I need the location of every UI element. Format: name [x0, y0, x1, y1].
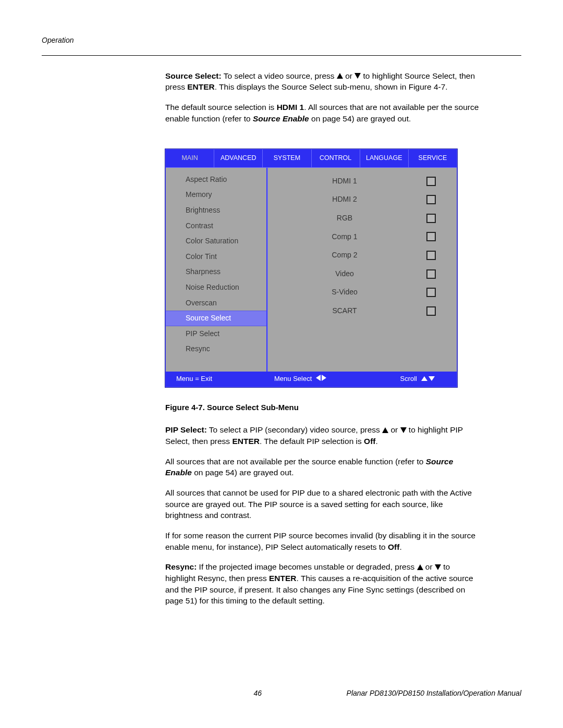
lead-source-select: Source Select:: [165, 71, 222, 80]
osd-item-memory[interactable]: Memory: [166, 187, 266, 203]
off-bold: Off: [364, 437, 375, 446]
osd-source-hdmi1[interactable]: HDMI 1: [268, 172, 457, 191]
osd-source-svideo[interactable]: S-Video: [268, 283, 457, 302]
checkbox-icon[interactable]: [426, 306, 436, 316]
osd-item-overscan[interactable]: Overscan: [166, 295, 266, 311]
osd-tab-service[interactable]: SERVICE: [409, 150, 457, 168]
osd-source-video[interactable]: Video: [268, 265, 457, 283]
osd-item-noise-reduction[interactable]: Noise Reduction: [166, 280, 266, 295]
osd-item-source-select[interactable]: Source Select: [166, 311, 266, 326]
checkbox-icon[interactable]: [426, 288, 436, 297]
down-arrow-icon: [400, 427, 407, 433]
down-arrow-icon: [435, 564, 441, 570]
checkbox-icon[interactable]: [426, 232, 436, 241]
manual-title: Planar PD8130/PD8150 Installation/Operat…: [287, 688, 521, 699]
checkbox-icon[interactable]: [426, 269, 436, 279]
osd-source-rgb[interactable]: RGB: [268, 209, 457, 228]
up-arrow-icon: [337, 73, 343, 79]
osd-right-panel: HDMI 1 HDMI 2 RGB Comp 1 Comp 2 Video S-…: [267, 168, 457, 372]
osd-source-comp1[interactable]: Comp 1: [268, 228, 457, 246]
para-default-source: The default source selection is HDMI 1. …: [165, 102, 479, 124]
osd-tab-language[interactable]: LANGUAGE: [360, 150, 409, 168]
para-source-enable: All sources that are not available per t…: [165, 456, 479, 478]
osd-item-contrast[interactable]: Contrast: [166, 218, 266, 234]
osd-item-pip-select[interactable]: PIP Select: [166, 326, 266, 342]
osd-item-color-saturation[interactable]: Color Saturation: [166, 233, 266, 249]
osd-tab-system[interactable]: SYSTEM: [263, 150, 311, 168]
lead-resync: Resync:: [165, 562, 197, 571]
osd-source-hdmi2[interactable]: HDMI 2: [268, 190, 457, 209]
osd-left-panel: Aspect Ratio Memory Brightness Contrast …: [166, 168, 267, 372]
osd-footer: Menu = Exit Menu Select Scroll: [166, 372, 457, 387]
content-column: Source Select: To select a video source,…: [165, 70, 479, 607]
osd-item-aspect-ratio[interactable]: Aspect Ratio: [166, 172, 266, 188]
header-rule: [42, 55, 521, 56]
osd-item-resync[interactable]: Resync: [166, 341, 266, 357]
osd-tab-advanced[interactable]: ADVANCED: [214, 150, 263, 168]
checkbox-icon[interactable]: [426, 177, 436, 186]
osd-tab-main[interactable]: MAIN: [166, 150, 214, 168]
osd-tab-control[interactable]: CONTROL: [312, 150, 360, 168]
osd-figure: MAIN ADVANCED SYSTEM CONTROL LANGUAGE SE…: [165, 149, 479, 387]
para-resync: Resync: If the projected image becomes u…: [165, 561, 479, 607]
osd-item-color-tint[interactable]: Color Tint: [166, 249, 266, 265]
checkbox-icon[interactable]: [426, 195, 436, 204]
page-footer: 46 Planar PD8130/PD8150 Installation/Ope…: [42, 688, 521, 699]
para-pip-select: PIP Select: To select a PIP (secondary) …: [165, 424, 479, 447]
checkbox-icon[interactable]: [426, 214, 436, 223]
page-number: 46: [42, 688, 287, 699]
down-arrow-icon: [354, 73, 361, 79]
osd-item-sharpness[interactable]: Sharpness: [166, 264, 266, 280]
para-pip-shared: All sources that cannot be used for PIP …: [165, 487, 479, 521]
up-arrow-icon: [417, 564, 423, 570]
checkbox-icon[interactable]: [426, 251, 436, 260]
figure-caption: Figure 4-7. Source Select Sub-Menu: [165, 402, 479, 413]
up-arrow-icon: [382, 427, 388, 433]
osd-footer-select: Menu Select: [274, 374, 400, 384]
lead-pip-select: PIP Select:: [165, 425, 207, 434]
off-bold: Off: [388, 542, 399, 551]
section-header: Operation: [42, 35, 521, 46]
osd-footer-exit: Menu = Exit: [176, 374, 274, 384]
up-down-arrow-icon: [421, 374, 435, 384]
osd-menu: MAIN ADVANCED SYSTEM CONTROL LANGUAGE SE…: [165, 149, 457, 387]
osd-item-brightness[interactable]: Brightness: [166, 203, 266, 218]
enter-key: ENTER: [187, 82, 215, 91]
osd-tabs: MAIN ADVANCED SYSTEM CONTROL LANGUAGE SE…: [166, 150, 457, 168]
osd-source-scart[interactable]: SCART: [268, 302, 457, 320]
para-pip-invalid: If for some reason the current PIP sourc…: [165, 530, 479, 552]
source-enable-ref: Source Enable: [253, 114, 309, 123]
osd-footer-scroll: Scroll: [400, 374, 450, 384]
left-right-arrow-icon: [316, 374, 326, 384]
osd-body: Aspect Ratio Memory Brightness Contrast …: [166, 168, 457, 372]
hdmi1-bold: HDMI 1: [277, 103, 304, 112]
enter-key: ENTER: [232, 437, 260, 446]
enter-key: ENTER: [269, 574, 297, 583]
para-source-select: Source Select: To select a video source,…: [165, 70, 479, 93]
osd-source-comp2[interactable]: Comp 2: [268, 246, 457, 265]
